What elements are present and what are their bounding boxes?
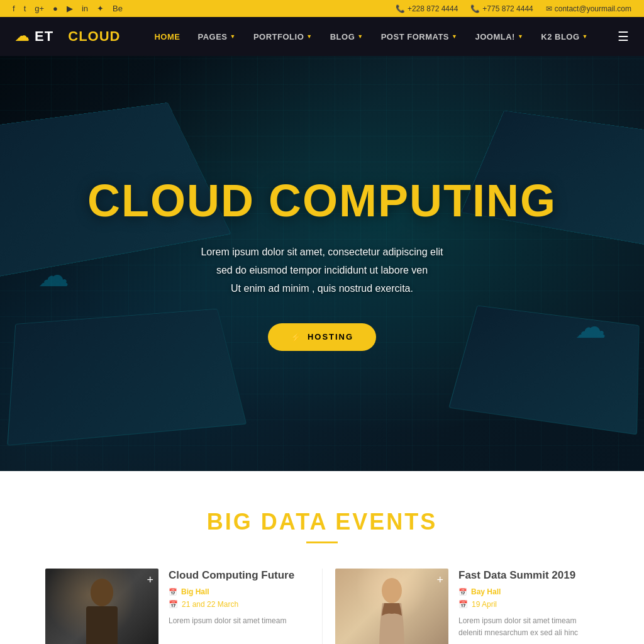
nav-home[interactable]: HOME	[145, 17, 189, 56]
event-card-2-location: 📅 Bay Hall	[458, 587, 599, 596]
location-icon-2: 📅	[458, 588, 467, 596]
phone2-icon: 📞	[470, 4, 480, 13]
section-title: BIG DATA EVENTS	[25, 509, 619, 535]
social-rss[interactable]: ●	[53, 4, 58, 13]
social-youtube[interactable]: ▶	[67, 4, 73, 13]
logo-icon: ☁	[15, 28, 30, 45]
event-card-1-overlay	[45, 569, 158, 644]
social-facebook[interactable]: f	[13, 4, 15, 13]
hosting-button[interactable]: ⚡ HOSTING	[268, 323, 376, 351]
event-card-2-title: Fast Data Summit 2019	[458, 569, 599, 582]
nav-pages[interactable]: PAGES ▼	[189, 17, 244, 56]
events-section: BIG DATA EVENTS + Cloud Computing Future	[0, 471, 644, 644]
event-card-2-desc: Lorem ipsum dolor sit amet timeam deleni…	[458, 615, 599, 639]
svg-rect-1	[86, 606, 118, 644]
svg-point-2	[91, 579, 113, 606]
section-underline	[306, 541, 338, 543]
phone2: 📞 +775 872 4444	[470, 4, 533, 13]
event-cards-row: + Cloud Computing Future 📅 Big Hall 📅 21…	[25, 569, 619, 644]
contact-info: 📞 +228 872 4444 📞 +775 872 4444 ✉ contac…	[396, 4, 631, 13]
nav-k2blog[interactable]: K2 BLOG ▼	[532, 17, 597, 56]
card-2-plus-icon: +	[436, 574, 443, 587]
event-card-2-image[interactable]: +	[335, 569, 448, 644]
date-icon-2: 📅	[458, 600, 468, 609]
event-card-2: + Fast Data Summit 2019 📅 Bay Hall 📅 19 …	[322, 569, 611, 644]
date-icon-1: 📅	[169, 600, 178, 609]
social-google[interactable]: g+	[35, 4, 44, 13]
bolt-icon: ⚡	[291, 332, 303, 342]
event-card-2-body: Fast Data Summit 2019 📅 Bay Hall 📅 19 Ap…	[458, 569, 599, 644]
nav-links: HOME PAGES ▼ PORTFOLIO ▼ BLOG ▼ POST FOR…	[145, 17, 618, 56]
location-icon-1: 📅	[169, 588, 177, 596]
social-star[interactable]: ✦	[97, 4, 104, 13]
nav-joomla[interactable]: JOOMLA! ▼	[466, 17, 532, 56]
svg-point-3	[382, 578, 402, 603]
event-card-1-image[interactable]: +	[45, 569, 158, 644]
social-links: f t g+ ● ▶ in ✦ Be	[13, 4, 123, 13]
event-card-1-location: 📅 Big Hall	[169, 587, 309, 596]
logo[interactable]: ☁ ET CLOUD	[15, 28, 120, 45]
nav-post-formats[interactable]: POST FORMATS ▼	[372, 17, 467, 56]
top-bar: f t g+ ● ▶ in ✦ Be 📞 +228 872 4444 📞 +77…	[0, 0, 644, 17]
email: ✉ contact@yourmail.com	[546, 4, 631, 13]
social-behance[interactable]: Be	[113, 4, 123, 13]
logo-cloud: CLOUD	[68, 28, 120, 45]
hero-section: ☁ ☁ CLOUD COMPUTING Lorem ipsum dolor si…	[0, 56, 644, 471]
hero-content: CLOUD COMPUTING Lorem ipsum dolor sit am…	[37, 176, 607, 351]
phone1: 📞 +228 872 4444	[396, 4, 458, 13]
hero-subtitle: Lorem ipsum dolor sit amet, consectetur …	[133, 243, 511, 297]
hero-title: CLOUD COMPUTING	[87, 176, 557, 226]
event-card-2-date: 📅 19 April	[458, 600, 599, 609]
nav-portfolio[interactable]: PORTFOLIO ▼	[245, 17, 321, 56]
social-linkedin[interactable]: in	[82, 4, 88, 13]
event-card-2-overlay	[335, 569, 448, 644]
event-card-1-date: 📅 21 and 22 March	[169, 600, 309, 609]
card-1-plus-icon: +	[147, 574, 153, 587]
event-card-1-body: Cloud Computing Future 📅 Big Hall 📅 21 a…	[169, 569, 309, 644]
event-card-1: + Cloud Computing Future 📅 Big Hall 📅 21…	[33, 569, 322, 644]
navbar: ☁ ET CLOUD HOME PAGES ▼ PORTFOLIO ▼ BLOG…	[0, 17, 644, 56]
phone1-icon: 📞	[396, 4, 405, 13]
event-card-1-desc: Lorem ipsum dolor sit amet timeam	[169, 615, 309, 627]
logo-et: ET	[35, 28, 53, 45]
nav-blog[interactable]: BLOG ▼	[321, 17, 372, 56]
hamburger-menu[interactable]: ☰	[618, 29, 629, 44]
event-card-1-title: Cloud Computing Future	[169, 569, 309, 582]
email-icon: ✉	[546, 4, 552, 13]
social-twitter[interactable]: t	[24, 4, 26, 13]
